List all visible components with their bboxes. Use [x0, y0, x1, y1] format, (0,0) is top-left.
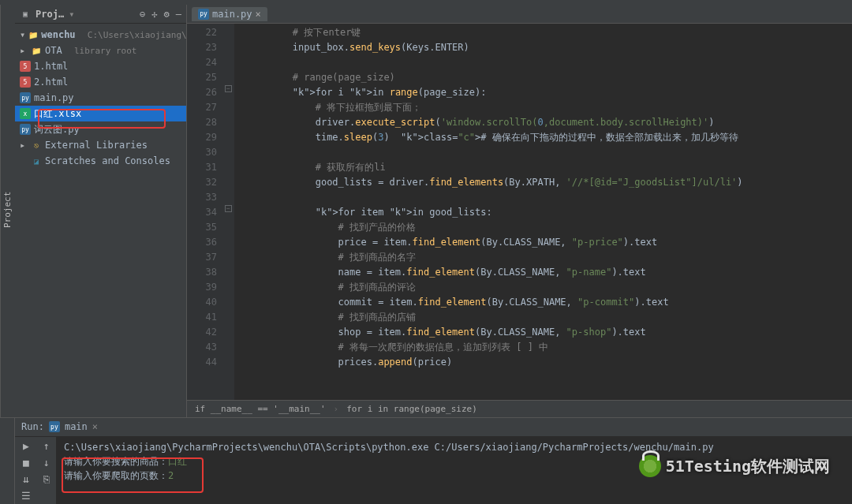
tree-file-1html[interactable]: 51.html — [15, 58, 186, 74]
layout-icon[interactable]: ☰ — [21, 490, 31, 502]
tree-external-libraries[interactable]: ▸⎋ External Libraries — [15, 137, 186, 153]
project-tool-label[interactable]: Project — [1, 188, 14, 230]
breadcrumb-item[interactable]: for i in range(page_size) — [346, 404, 485, 414]
run-tab-label[interactable]: main — [65, 421, 88, 432]
fold-marker[interactable]: − — [225, 205, 232, 212]
console-output[interactable]: C:\Users\xiaojiang\PycharmProjects\wench… — [56, 437, 852, 504]
tree-file-2html[interactable]: 52.html — [15, 74, 186, 90]
expand-all-icon[interactable]: ✢ — [151, 9, 157, 20]
down2-icon[interactable]: ↓ — [43, 457, 50, 469]
project-tree[interactable]: ▾📁 wenchu C:\Users\xiaojiang\P… ▸📁 OTA l… — [15, 24, 186, 172]
breadcrumb-bar[interactable]: if __name__ == '__main__' for i in range… — [187, 400, 852, 417]
breadcrumb-item[interactable]: if __name__ == '__main__' — [195, 404, 338, 414]
tree-file-xlsx[interactable]: x口红.xlsx — [15, 106, 186, 121]
down-icon[interactable]: ⇊ — [23, 473, 29, 485]
fold-column[interactable]: − − — [223, 24, 234, 400]
tree-file-mainpy[interactable]: pymain.py — [15, 90, 186, 106]
project-header: ▣ Proj… ▾ ⊖ ✢ ⚙ — — [15, 5, 186, 24]
console-line: 请输入你要搜索的商品：口红 — [64, 454, 844, 469]
run-tool-window: Run: py main × ▶ ■ ⇊ ☰ ↑ ↓ ⎘ C:\Users\xi… — [0, 417, 852, 504]
settings-icon[interactable]: ⚙ — [164, 9, 170, 20]
project-window-icon: ▣ — [20, 9, 31, 20]
editor-tabs-bar: pymain.py× — [187, 5, 852, 24]
editor-tab-mainpy[interactable]: pymain.py× — [192, 7, 267, 21]
project-title-label: Proj… — [36, 9, 64, 20]
line-gutter: 2223242526272829303132333435363738394041… — [187, 24, 223, 400]
stop-icon[interactable]: ■ — [23, 457, 29, 469]
left-tool-strip[interactable]: Project — [0, 5, 15, 417]
wrap-icon[interactable]: ⎘ — [43, 473, 50, 485]
run-header: Run: py main × — [15, 418, 852, 437]
fold-marker[interactable]: − — [225, 85, 232, 92]
tree-file-ciyunpy[interactable]: py词云图.py — [15, 121, 186, 137]
console-line: 请输入你要爬取的页数：2 — [64, 469, 844, 483]
tree-folder-ota[interactable]: ▸📁 OTA library root — [15, 43, 186, 58]
hide-icon[interactable]: — — [176, 9, 181, 20]
tree-root[interactable]: ▾📁 wenchu C:\Users\xiaojiang\P… — [15, 27, 186, 43]
rerun-icon[interactable]: ▶ — [23, 440, 29, 452]
editor-pane: pymain.py× 22232425262728293031323334353… — [187, 5, 852, 417]
tree-scratches[interactable]: ◪ Scratches and Consoles — [15, 153, 186, 169]
run-toolbar-2: ↑ ↓ ⎘ — [37, 437, 56, 504]
up-icon[interactable]: ↑ — [43, 440, 50, 452]
run-toolbar: ▶ ■ ⇊ ☰ — [15, 437, 37, 504]
console-line: C:\Users\xiaojiang\PycharmProjects\wench… — [64, 440, 844, 454]
code-area[interactable]: # 按下enter键 input_box.send_keys(Keys.ENTE… — [234, 24, 852, 400]
project-sidebar: ▣ Proj… ▾ ⊖ ✢ ⚙ — ▾📁 wenchu C:\Users\xia… — [15, 5, 187, 417]
select-opened-icon[interactable]: ⊖ — [140, 9, 145, 20]
